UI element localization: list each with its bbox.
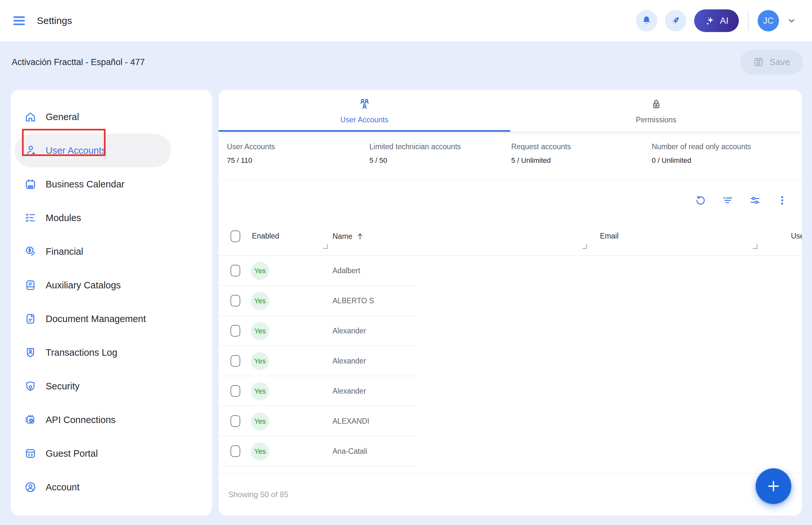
select-all-checkbox[interactable] <box>231 230 240 242</box>
table-body: Yes Adalbert Yes ALBERTO S Yes Alexander… <box>219 256 802 473</box>
stat-request-accounts: Request accounts 5 / Unlimited <box>511 142 652 180</box>
column-resize-handle[interactable] <box>753 244 758 249</box>
sidebar-item-label: Auxiliary Catalogs <box>46 280 121 291</box>
user-group-icon <box>358 97 371 111</box>
save-button-label: Save <box>769 57 790 67</box>
sidebar-item-modules[interactable]: Modules <box>11 201 212 235</box>
tab-user-accounts[interactable]: User Accounts <box>219 90 510 132</box>
sidebar-item-label: Financial <box>46 246 83 257</box>
stat-label: Request accounts <box>511 142 652 151</box>
table-row[interactable]: Yes Alexander <box>219 376 802 406</box>
column-header-enabled[interactable]: Enabled <box>252 232 279 240</box>
column-header-name-label: Name <box>333 232 352 241</box>
table-row[interactable]: Yes Ana-Catali <box>219 436 802 466</box>
stat-value: 5 / Unlimited <box>511 156 652 165</box>
enabled-badge: Yes <box>251 382 269 400</box>
row-checkbox[interactable] <box>231 415 240 427</box>
sidebar-item-document-management[interactable]: Document Management <box>11 302 212 336</box>
coin-icon <box>24 245 36 258</box>
stat-read-only-accounts: Number of read only accounts 0 / Unlimit… <box>652 142 751 180</box>
sidebar-item-security[interactable]: Security <box>11 369 212 403</box>
sidebar-item-business-calendar[interactable]: Business Calendar <box>11 167 212 201</box>
table-row[interactable]: Yes ALEXANDI <box>219 406 802 436</box>
add-user-button[interactable] <box>756 468 791 504</box>
column-resize-handle[interactable] <box>323 244 328 249</box>
enabled-badge: Yes <box>251 292 269 310</box>
calendar-icon <box>24 178 36 190</box>
refresh-icon[interactable] <box>694 194 707 207</box>
floppy-disk-icon <box>753 57 764 68</box>
user-circle-icon <box>24 481 36 493</box>
stat-value: 0 / Unlimited <box>652 156 751 165</box>
stat-limited-technician-accounts: Limited technician accounts 5 / 50 <box>369 142 511 180</box>
account-chevron-down-icon[interactable] <box>787 16 796 26</box>
sidebar-item-label: Transactions Log <box>46 347 117 358</box>
row-checkbox[interactable] <box>231 295 240 306</box>
name-cell: ALEXANDI <box>333 417 416 426</box>
column-resize-handle[interactable] <box>582 244 587 249</box>
row-checkbox[interactable] <box>231 445 240 457</box>
filter-icon[interactable] <box>722 194 734 207</box>
topbar-actions: AI JC <box>636 10 796 32</box>
table-row[interactable]: Yes Adalbert <box>219 256 802 286</box>
row-checkbox[interactable] <box>231 355 240 367</box>
browser-code-icon <box>24 447 36 460</box>
page-title: Settings <box>37 15 72 26</box>
settings-page: Settings AI JC <box>0 0 812 525</box>
name-cell: Adalbert <box>333 266 416 275</box>
row-count-status: Showing 50 of 85 <box>228 490 288 499</box>
save-button[interactable]: Save <box>740 50 803 74</box>
name-cell: Ana-Catali <box>333 447 416 456</box>
checklist-icon <box>24 212 36 224</box>
stat-value: 5 / 50 <box>369 156 511 165</box>
row-checkbox[interactable] <box>231 385 240 397</box>
document-icon <box>24 313 36 325</box>
row-checkbox[interactable] <box>231 265 240 276</box>
account-quota-stats: User Accounts 75 / 110 Limited technicia… <box>219 132 802 181</box>
top-app-bar: Settings AI JC <box>0 0 812 42</box>
enabled-badge: Yes <box>251 412 269 431</box>
whats-new-button[interactable] <box>665 10 686 31</box>
sort-ascending-icon <box>355 232 365 241</box>
sidebar-item-api-connections[interactable]: API Connections <box>11 403 212 437</box>
column-header-name[interactable]: Name <box>333 232 365 241</box>
sidebar-item-user-accounts[interactable]: User Accounts <box>15 134 171 167</box>
sidebar-item-auxiliary-catalogs[interactable]: Auxiliary Catalogs <box>11 268 212 302</box>
name-cell: Alexander <box>333 357 416 365</box>
sidebar-item-general[interactable]: General <box>11 100 212 134</box>
row-checkbox[interactable] <box>231 325 240 336</box>
sidebar-item-label: General <box>46 112 79 122</box>
context-bar: Activación Fracttal - Español - 477 Save <box>0 42 812 83</box>
shield-icon <box>24 380 36 392</box>
column-header-email[interactable]: Email <box>600 232 619 240</box>
notifications-button[interactable] <box>636 10 657 31</box>
sidebar-item-account[interactable]: Account <box>11 470 212 504</box>
column-header-user-type[interactable]: Use <box>791 232 802 240</box>
ai-button-label: AI <box>720 16 728 26</box>
tab-permissions[interactable]: Permissions <box>510 90 802 132</box>
plus-icon <box>766 479 781 494</box>
sidebar-item-transactions-log[interactable]: Transactions Log <box>11 336 212 369</box>
kebab-menu-icon[interactable] <box>776 194 788 207</box>
enabled-badge: Yes <box>251 352 269 370</box>
sidebar-item-financial[interactable]: Financial <box>11 235 212 268</box>
tab-label: Permissions <box>636 116 676 124</box>
sidebar-item-label: Business Calendar <box>46 179 124 190</box>
sidebar-item-guest-portal[interactable]: Guest Portal <box>11 437 212 470</box>
badge-person-icon <box>24 346 36 359</box>
sliders-icon[interactable] <box>749 194 761 207</box>
topbar-divider <box>748 11 749 31</box>
name-cell: Alexander <box>333 387 416 395</box>
rocket-icon <box>670 15 681 27</box>
hamburger-menu-icon[interactable] <box>12 13 27 28</box>
user-avatar[interactable]: JC <box>758 10 779 31</box>
ai-assistant-button[interactable]: AI <box>694 10 739 32</box>
table-row[interactable]: Yes ALBERTO S <box>219 286 802 316</box>
lock-icon <box>649 97 663 111</box>
table-row[interactable]: Yes Alexander <box>219 316 802 346</box>
user-plus-icon <box>24 144 36 157</box>
tab-label: User Accounts <box>340 116 388 124</box>
table-row[interactable]: Yes Alexander <box>219 346 802 376</box>
table-footer: Showing 50 of 85 <box>219 473 802 515</box>
catalog-icon <box>24 279 36 291</box>
